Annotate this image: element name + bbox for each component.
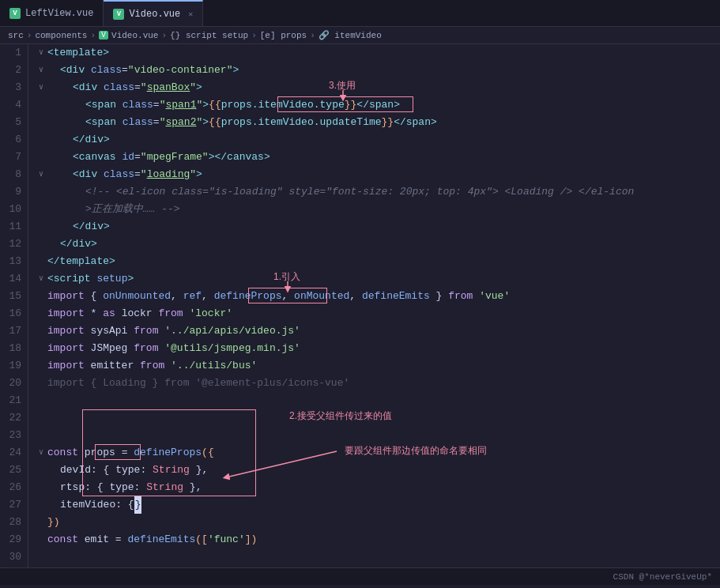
breadcrumb-src: src (8, 31, 24, 40)
tab-video-icon: V (113, 9, 124, 20)
tab-video-close[interactable]: ✕ (188, 9, 193, 19)
breadcrumb-props: [e] props (260, 31, 307, 40)
code-line-28 (35, 548, 720, 567)
tab-video[interactable]: V Video.vue ✕ (104, 0, 203, 26)
code-line-8: ∨ <div class="loading"> (35, 166, 720, 183)
code-line-10: >正在加载中…… --> (35, 201, 720, 218)
tab-video-label: Video.vue (129, 9, 180, 20)
code-line-20: import { Loading } from '@element-plus/i… (35, 375, 720, 392)
code-line-4: <span class="span1">{{ props.itemVideo.t… (35, 96, 720, 114)
code-line-23: devId: { type: String }, (35, 462, 720, 479)
code-line-11: </div> (35, 218, 720, 236)
code-content: ∨ <template> ∨ <div class="video-contain… (28, 44, 720, 567)
breadcrumb-vue-badge: V (99, 31, 108, 40)
code-line-2: ∨ <div class="video-container"> (35, 62, 720, 79)
code-line-25: itemVideo: {} (35, 496, 720, 514)
code-line-27: const emit = defineEmits(['func']) (35, 531, 720, 548)
code-line-7: <canvas id="mpegFrame"></canvas> (35, 149, 720, 166)
code-line-21 (35, 392, 720, 444)
code-line-22: ∨ const props = defineProps({ (35, 444, 720, 462)
status-bar: CSDN @*neverGiveUp* (0, 567, 720, 585)
breadcrumb: src › components › V Video.vue › {} scri… (0, 27, 720, 44)
code-line-15: import { onUnmounted, ref, defineProps, … (35, 288, 720, 305)
code-line-6: </div> (35, 131, 720, 149)
code-line-16: import * as lockr from 'lockr' (35, 305, 720, 322)
tab-leftview[interactable]: V LeftView.vue (0, 0, 104, 26)
tab-leftview-icon: V (9, 8, 21, 19)
breadcrumb-components: components (35, 31, 87, 40)
code-line-26: }) (35, 514, 720, 531)
app-container: V LeftView.vue V Video.vue ✕ src › compo… (0, 0, 720, 585)
code-line-19: import emitter from '../utils/bus' (35, 357, 720, 375)
code-line-14: ∨ <script setup> (35, 270, 720, 288)
code-line-18: import JSMpeg from '@utils/jsmpeg.min.js… (35, 340, 720, 357)
breadcrumb-itemvideo: 🔗 itemVideo (319, 30, 382, 40)
code-line-5: <span class="span2">{{ props.itemVideo.u… (35, 114, 720, 131)
tab-bar: V LeftView.vue V Video.vue ✕ (0, 0, 720, 27)
code-line-24: rtsp: { type: String }, (35, 479, 720, 496)
status-credit: CSDN @*neverGiveUp* (613, 572, 712, 582)
code-line-12: </div> (35, 236, 720, 253)
code-line-3: ∨ <div class="spanBox"> (35, 79, 720, 96)
tab-leftview-label: LeftView.vue (25, 8, 93, 19)
code-area: 1 2 3 4 5 6 7 8 9 10 11 12 13 14 15 16 1… (0, 44, 720, 567)
code-line-17: import sysApi from '../api/apis/video.js… (35, 322, 720, 340)
breadcrumb-video-vue: Video.vue (111, 31, 158, 40)
code-line-9: <!-- <el-icon class="is-loading" style="… (35, 183, 720, 201)
line-numbers: 1 2 3 4 5 6 7 8 9 10 11 12 13 14 15 16 1… (0, 44, 28, 567)
breadcrumb-script: {} script setup (170, 31, 248, 40)
code-line-1: ∨ <template> (35, 44, 720, 62)
code-line-13: </template> (35, 253, 720, 270)
